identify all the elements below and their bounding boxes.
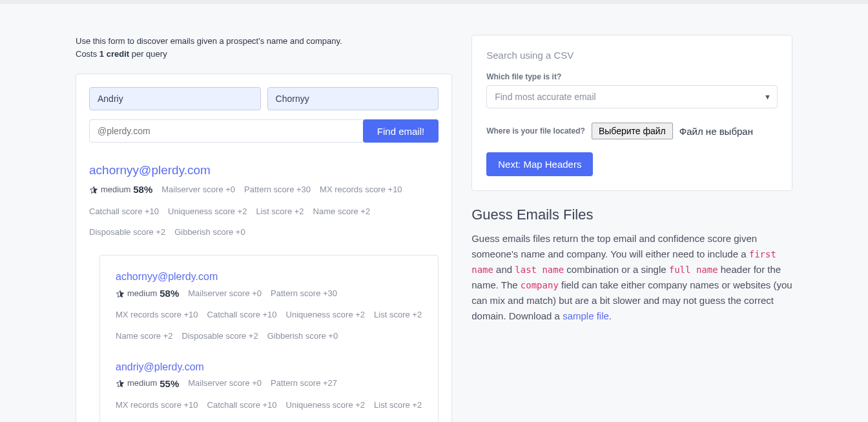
score-item: Uniqueness score +2 — [286, 398, 366, 412]
csv-title: Search using a CSV — [486, 50, 778, 61]
top-result-email[interactable]: achornyy@plerdy.com — [89, 163, 439, 177]
choose-file-button[interactable]: Выберите файл — [592, 123, 673, 139]
score-item: Gibberish score +0 — [267, 419, 338, 422]
score-item: Mailserver score +0 — [161, 183, 235, 197]
star-half-icon — [116, 379, 125, 388]
score-item: Uniqueness score +2 — [286, 308, 366, 322]
confidence-percent: 58% — [160, 285, 179, 302]
last-name-input[interactable] — [267, 87, 439, 110]
star-half-icon — [116, 289, 125, 298]
top-result-scores: medium 58% Mailserver score +0 Pattern s… — [89, 181, 439, 239]
score-item: Pattern score +30 — [244, 183, 311, 197]
score-item: List score +2 — [256, 205, 304, 219]
score-item: Catchall score +10 — [207, 308, 277, 322]
score-item: Gibberish score +0 — [267, 329, 338, 343]
candidates-box: achornyy@plerdy.com medium 58% Mailserve… — [99, 255, 439, 422]
confidence-label: medium — [127, 286, 157, 301]
score-item: List score +2 — [374, 308, 422, 322]
confidence-percent: 55% — [160, 376, 179, 392]
first-name-input[interactable] — [89, 87, 261, 110]
file-type-select[interactable]: Find most accurate email — [486, 85, 778, 108]
score-item: Disposable score +2 — [182, 329, 258, 343]
confidence-chip: medium 58% — [116, 285, 179, 302]
intro-text: Use this form to discover emails given a… — [76, 35, 452, 61]
code-full-name: full name — [669, 265, 718, 275]
sample-file-link[interactable]: sample file — [563, 310, 609, 321]
guess-copy: Guess emails files return the top email … — [471, 231, 792, 324]
score-item: Name score +2 — [116, 419, 173, 422]
score-item: Pattern score +30 — [271, 286, 337, 301]
score-item: Pattern score +27 — [271, 376, 337, 390]
find-email-button[interactable]: Find email! — [363, 119, 439, 143]
score-item: MX records score +10 — [116, 308, 198, 322]
score-item: MX records score +10 — [116, 398, 198, 412]
score-item: Catchall score +10 — [207, 398, 277, 412]
score-item: Name score +2 — [313, 205, 371, 219]
candidate-item: achornyy@plerdy.com medium 58% Mailserve… — [116, 271, 422, 343]
confidence-label: medium — [101, 183, 130, 197]
candidate-email[interactable]: andriy@plerdy.com — [116, 361, 422, 373]
intro-line1: Use this form to discover emails given a… — [76, 36, 342, 46]
intro-costs-bold: 1 credit — [99, 49, 129, 59]
top-result: achornyy@plerdy.com medium 58% Mailserve… — [89, 163, 439, 239]
score-item: Catchall score +10 — [89, 205, 159, 219]
confidence-percent: 58% — [133, 181, 152, 198]
intro-costs-suffix: per query — [129, 49, 167, 59]
candidate-item: andriy@plerdy.com medium 55% Mailserver … — [116, 361, 422, 422]
score-item: Mailserver score +0 — [188, 376, 262, 390]
confidence-chip: medium 58% — [89, 181, 152, 198]
csv-panel: Search using a CSV Which file type is it… — [471, 35, 792, 191]
intro-costs-prefix: Costs — [76, 49, 99, 59]
domain-input[interactable] — [89, 119, 365, 143]
score-item: Mailserver score +0 — [188, 286, 262, 301]
code-last-name: last name — [515, 265, 564, 275]
candidate-scores: medium 55% Mailserver score +0 Pattern s… — [116, 376, 422, 422]
confidence-label: medium — [127, 376, 157, 390]
candidate-scores: medium 58% Mailserver score +0 Pattern s… — [116, 285, 422, 343]
next-map-headers-button[interactable]: Next: Map Headers — [486, 152, 593, 176]
search-panel: Find email! achornyy@plerdy.com medium 5… — [76, 74, 452, 422]
score-item: Name score +2 — [116, 329, 173, 343]
score-item: Gibberish score +0 — [174, 225, 245, 239]
score-item: Uniqueness score +2 — [168, 205, 247, 219]
code-company: company — [521, 280, 559, 290]
candidate-email[interactable]: achornyy@plerdy.com — [116, 271, 422, 283]
guess-heading: Guess Emails Files — [471, 206, 792, 223]
file-type-label: Which file type is it? — [486, 72, 778, 81]
score-item: List score +2 — [374, 398, 422, 412]
star-half-icon — [89, 185, 98, 194]
score-item: MX records score +10 — [320, 183, 402, 197]
no-file-text: Файл не выбран — [679, 126, 753, 137]
score-item: Disposable score +2 — [182, 419, 258, 422]
file-location-label: Where is your file located? — [486, 126, 585, 136]
confidence-chip: medium 55% — [116, 376, 179, 392]
score-item: Disposable score +2 — [89, 225, 165, 239]
